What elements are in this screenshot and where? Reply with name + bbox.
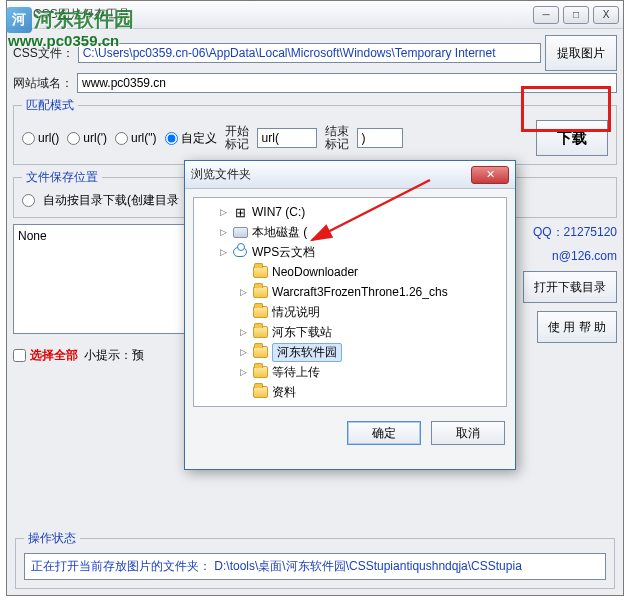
dialog-close-button[interactable]: ✕ [471, 166, 509, 184]
tree-node-label: 本地磁盘 ( [252, 224, 307, 241]
watermark-logo: 河 [6, 7, 32, 33]
dialog-ok-button[interactable]: 确定 [347, 421, 421, 445]
expand-icon[interactable]: ▷ [238, 327, 248, 337]
dialog-cancel-button[interactable]: 取消 [431, 421, 505, 445]
tree-node[interactable]: 资料 [196, 382, 504, 402]
status-group: 操作状态 正在打开当前存放图片的文件夹： D:\tools\桌面\河东软件园\C… [15, 530, 615, 589]
match-radio-3[interactable]: url(") [115, 131, 157, 145]
tree-node[interactable]: ▷等待上传 [196, 362, 504, 382]
tree-node-label: 河东下载站 [272, 324, 332, 341]
contact-mail: n@126.com [552, 249, 617, 263]
download-button[interactable]: 下载 [536, 120, 608, 156]
contact-qq: QQ：21275120 [533, 224, 617, 241]
expand-icon[interactable]: ▷ [218, 207, 228, 217]
tree-node-label: WPS云文档 [252, 244, 315, 261]
folder-icon [253, 326, 268, 338]
match-mode-legend: 匹配模式 [22, 97, 78, 114]
dialog-title: 浏览文件夹 [191, 166, 471, 183]
folder-tree[interactable]: ▷⊞WIN7 (C:)▷本地磁盘 (▷WPS云文档NeoDownloader▷W… [193, 197, 507, 407]
close-button[interactable]: X [593, 6, 619, 24]
drive-icon [233, 227, 248, 238]
help-button[interactable]: 使 用 帮 助 [537, 311, 617, 343]
cloud-icon [233, 247, 247, 257]
tree-node[interactable]: ▷WPS云文档 [196, 242, 504, 262]
tree-node-label: 河东软件园 [272, 343, 342, 362]
folder-icon [253, 366, 268, 378]
extract-button[interactable]: 提取图片 [545, 35, 617, 71]
expand-icon[interactable]: ▷ [238, 347, 248, 357]
status-text: 正在打开当前存放图片的文件夹： D:\tools\桌面\河东软件园\CSStup… [24, 553, 606, 580]
match-radio-4[interactable]: 自定义 [165, 130, 217, 147]
tree-node[interactable]: ▷⊞WIN7 (C:) [196, 202, 504, 222]
maximize-button[interactable]: □ [563, 6, 589, 24]
tree-node[interactable]: NeoDownloader [196, 262, 504, 282]
folder-icon [253, 306, 268, 318]
tree-node[interactable]: 情况说明 [196, 302, 504, 322]
expand-icon[interactable]: ▷ [218, 247, 228, 257]
match-radio-2[interactable]: url(') [67, 131, 107, 145]
watermark-text: 河东软件园 [34, 6, 134, 33]
tree-node[interactable]: ▷本地磁盘 ( [196, 222, 504, 242]
expand-icon[interactable]: ▷ [238, 287, 248, 297]
folder-icon [253, 346, 268, 358]
end-mark-label: 结束 标记 [325, 125, 349, 151]
tip-text: 小提示：预 [84, 347, 144, 364]
tree-node[interactable]: ▷河东软件园 [196, 342, 504, 362]
windows-icon: ⊞ [235, 205, 246, 220]
tree-node-label: 资料 [272, 384, 296, 401]
minimize-button[interactable]: ─ [533, 6, 559, 24]
start-mark-label: 开始 标记 [225, 125, 249, 151]
expand-icon[interactable]: ▷ [238, 367, 248, 377]
expand-icon[interactable]: ▷ [218, 227, 228, 237]
tree-node-label: NeoDownloader [272, 265, 358, 279]
folder-icon [253, 286, 268, 298]
browse-folder-dialog: 浏览文件夹 ✕ ▷⊞WIN7 (C:)▷本地磁盘 (▷WPS云文档NeoDown… [184, 160, 516, 470]
start-mark-input[interactable] [257, 128, 317, 148]
match-radio-1[interactable]: url() [22, 131, 59, 145]
tree-node-label: Warcraft3FrozenThrone1.26_chs [272, 285, 448, 299]
tree-node-label: 等待上传 [272, 364, 320, 381]
css-file-path: C:\Users\pc0359.cn-06\AppData\Local\Micr… [78, 43, 541, 63]
status-legend: 操作状态 [24, 530, 80, 547]
watermark-url: www.pc0359.cn [8, 32, 119, 49]
select-all-checkbox[interactable]: 选择全部 [13, 347, 78, 364]
domain-input[interactable] [77, 73, 617, 93]
save-location-legend: 文件保存位置 [22, 169, 102, 186]
watermark: 河 河东软件园 [6, 6, 134, 33]
domain-label: 网站域名： [13, 75, 73, 92]
tree-node-label: 情况说明 [272, 304, 320, 321]
match-mode-group: 匹配模式 url() url(') url(") 自定义 开始 标记 结束 标记… [13, 97, 617, 165]
open-dir-button[interactable]: 打开下载目录 [523, 271, 617, 303]
tree-node[interactable]: ▷Warcraft3FrozenThrone1.26_chs [196, 282, 504, 302]
end-mark-input[interactable] [357, 128, 403, 148]
tree-node-label: WIN7 (C:) [252, 205, 305, 219]
tree-node[interactable]: ▷河东下载站 [196, 322, 504, 342]
folder-icon [253, 386, 268, 398]
folder-icon [253, 266, 268, 278]
